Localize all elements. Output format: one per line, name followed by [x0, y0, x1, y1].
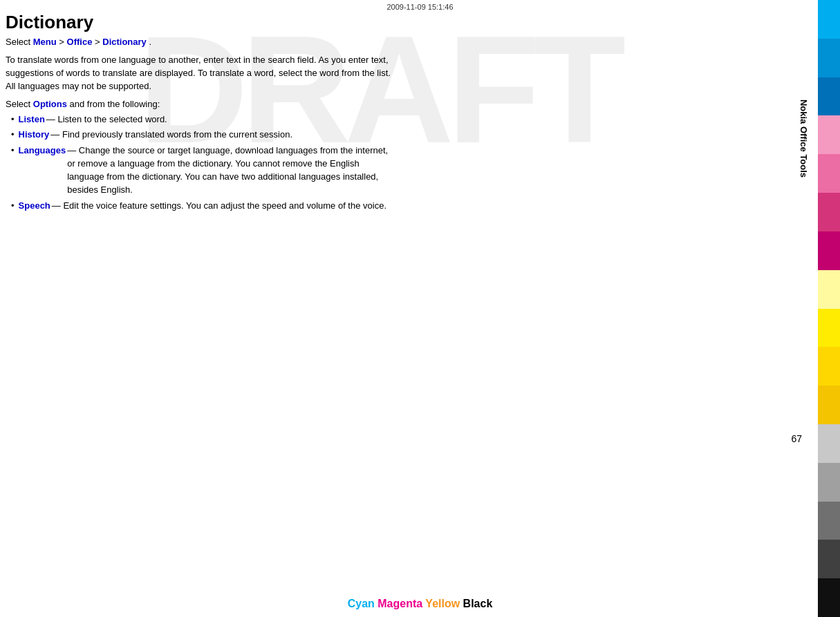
page-title: Dictionary	[6, 12, 393, 32]
options-prefix: Select	[6, 99, 30, 109]
color-swatches	[818, 0, 840, 617]
swatch-cyan-2	[818, 39, 840, 77]
swatch-gray-3	[818, 502, 840, 540]
swatch-yellow-2	[818, 309, 840, 348]
breadcrumb-office: Office	[67, 37, 93, 47]
breadcrumb-dictionary: Dictionary	[102, 37, 147, 47]
options-suffix: and from the following:	[70, 99, 160, 109]
page-number: 67	[791, 433, 802, 444]
swatch-gray-1	[818, 424, 840, 463]
bullet-text-history: — Find previously translated words from …	[50, 129, 292, 142]
intro-paragraph: To translate words from one language to …	[6, 54, 393, 93]
bullet-link-languages: Languages	[19, 144, 66, 158]
vertical-label: Nokia Office Tools	[796, 0, 812, 276]
breadcrumb-menu: Menu	[33, 37, 57, 47]
bullet-text-speech: — Edit the voice feature settings. You c…	[52, 200, 386, 213]
cmyk-cyan-label: Cyan	[348, 598, 375, 609]
breadcrumb-suffix: .	[149, 37, 151, 47]
swatch-cyan-3	[818, 77, 840, 116]
swatch-yellow-1	[818, 270, 840, 309]
swatch-gray-4	[818, 540, 840, 578]
swatch-yellow-3	[818, 347, 840, 386]
cmyk-yellow-label: Yellow	[425, 598, 460, 609]
options-line: Select Options and from the following:	[6, 99, 393, 109]
swatch-magenta-4	[818, 231, 840, 270]
cmyk-magenta-label: Magenta	[377, 598, 422, 609]
options-link: Options	[33, 99, 67, 109]
cmyk-black-label: Black	[463, 598, 493, 609]
list-item: History — Find previously translated wor…	[11, 129, 393, 142]
list-item: Speech — Edit the voice feature settings…	[11, 200, 393, 213]
bullet-link-listen: Listen	[19, 113, 45, 126]
swatch-gray-2	[818, 463, 840, 502]
bullet-link-history: History	[19, 129, 50, 142]
bullet-link-speech: Speech	[19, 200, 50, 213]
swatch-yellow-4	[818, 386, 840, 424]
vertical-label-text: Nokia Office Tools	[799, 99, 810, 177]
breadcrumb-prefix: Select	[6, 37, 30, 47]
breadcrumb-sep-2: >	[95, 37, 102, 47]
bullet-text-listen: — Listen to the selected word.	[46, 113, 167, 126]
cmyk-labels: Cyan Magenta Yellow Black	[0, 598, 840, 610]
swatch-magenta-1	[818, 115, 840, 154]
bullet-text-languages: — Change the source or target language, …	[67, 144, 393, 196]
list-item: Languages — Change the source or target …	[11, 144, 393, 196]
timestamp: 2009-11-09 15:1:46	[0, 3, 840, 11]
bullet-list: Listen — Listen to the selected word. Hi…	[11, 113, 393, 213]
breadcrumb: Select Menu > Office > Dictionary .	[6, 35, 393, 49]
swatch-cyan-1	[818, 0, 840, 39]
main-content: Dictionary Select Menu > Office > Dictio…	[6, 12, 393, 213]
swatch-magenta-3	[818, 193, 840, 231]
swatch-magenta-2	[818, 154, 840, 193]
list-item: Listen — Listen to the selected word.	[11, 113, 393, 126]
breadcrumb-sep-1: >	[59, 37, 66, 47]
